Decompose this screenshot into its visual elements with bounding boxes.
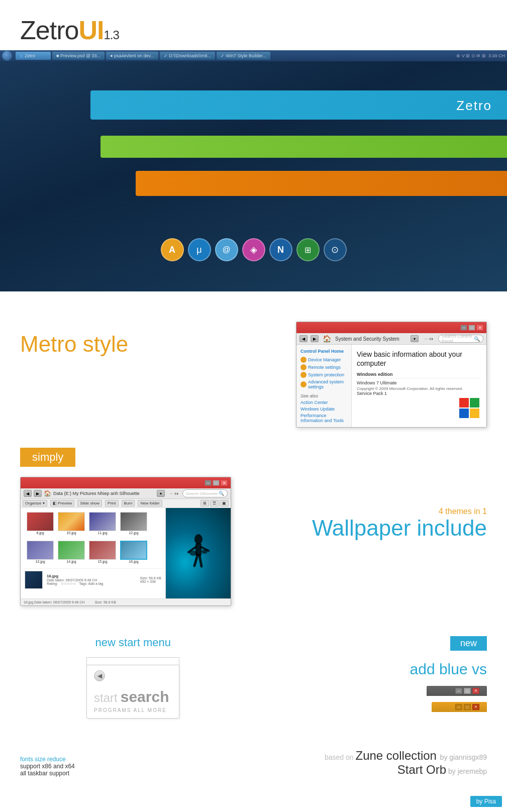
taskbar-tab-zetro[interactable]: ⊞ Zetro [16, 52, 51, 60]
vs-orange-close[interactable]: ✕ [472, 704, 479, 710]
wallpaper-themes-label: 4 themes in 1 [246, 507, 487, 516]
cp-forward-btn[interactable]: ▶ [311, 335, 319, 342]
fw-details-toggle[interactable]: ☰ [210, 500, 219, 506]
stripe-green [100, 136, 507, 158]
fw-thumb-8jpg-img [27, 512, 54, 531]
desktop-icon-f[interactable]: ⊞ [296, 238, 320, 261]
fw-thumb-14jpg-label: 14.jpg [66, 560, 76, 563]
vs-orange-titlebar: ─ □ ✕ [432, 702, 487, 712]
start-orb[interactable] [2, 51, 12, 61]
cp-nav-down[interactable]: ▾ [411, 335, 419, 342]
fw-forward-btn[interactable]: ▶ [34, 490, 42, 497]
fw-newfolder-btn[interactable]: New folder [138, 500, 162, 506]
fw-search[interactable]: Search Silhouette 🔍 [182, 489, 228, 497]
svg-point-7 [201, 550, 208, 554]
fw-selected-details: 16.jpg Date taken: 06/07/2009 9:48 CH Ra… [47, 574, 103, 586]
vs-orange-min[interactable]: ─ [455, 704, 462, 710]
fw-status-right: Size: 58.8 KB [94, 600, 116, 604]
fw-thumb-16jpg-img [120, 541, 147, 560]
metro-right: ─ □ ✕ ◀ ▶ 🏠 System and Security System ▾… [176, 322, 487, 428]
fw-selected-size: Size: 58.8 KB450 × 338 [140, 576, 161, 583]
fw-selected-rating-label: Rating: [47, 582, 58, 586]
taskbar-tab-preview[interactable]: ■ Preview.psd @ 33... [52, 52, 105, 60]
desktop-icon-a[interactable]: A [161, 238, 184, 261]
fw-back-btn[interactable]: ◀ [24, 490, 32, 497]
cp-protection-icon [300, 372, 307, 378]
browser-right: 4 themes in 1 Wallpaper include [246, 477, 487, 540]
fw-print-btn[interactable]: Print [105, 500, 118, 506]
cp-search-placeholder: Search Control Panel [442, 334, 474, 344]
vs-dark-close[interactable]: ✕ [472, 688, 479, 694]
fw-close-btn[interactable]: ✕ [221, 480, 228, 486]
cp-back-btn[interactable]: ◀ [299, 335, 308, 342]
fw-thumb-15jpg[interactable]: 15.jpg [88, 541, 117, 563]
cp-search[interactable]: Search Control Panel 🔍 [438, 335, 483, 343]
fw-nav-down[interactable]: ▾ [157, 490, 165, 497]
start-menu-title: new start menu [20, 636, 246, 649]
footer-support-x86: support x86 and x64 [20, 763, 75, 770]
fw-thumb-8jpg[interactable]: 8.jpg [26, 512, 55, 535]
fw-minimize-btn[interactable]: ─ [205, 480, 212, 486]
start-back-btn[interactable]: ◀ [94, 670, 105, 681]
win-logo-q2 [470, 398, 479, 408]
footer-zune: Zune collection [356, 749, 440, 762]
vs-orange-max[interactable]: □ [464, 704, 471, 710]
fw-thumb-11jpg-img [89, 512, 116, 531]
fw-search-placeholder: Search Silhouette [186, 491, 218, 496]
cp-edition: Windows 7 Ultimate [357, 380, 481, 385]
title-ui: UI [78, 16, 104, 45]
svg-line-4 [194, 555, 197, 566]
footer-start-orb-label: Start Orb [397, 763, 446, 776]
fw-thumb-row-2: 13.jpg 14.jpg 15.jpg 16.jpg [23, 539, 163, 565]
fw-thumb-16jpg-label: 16.jpg [129, 560, 138, 563]
footer-by1: by giannisgx89 [440, 753, 487, 761]
cp-protection-label: System protection [308, 372, 344, 377]
fw-preview-toggle[interactable]: ▣ [220, 500, 229, 506]
fw-thumb-12jpg[interactable]: 12.jpg [119, 512, 148, 535]
desktop-icon-g[interactable]: ⊙ [324, 238, 347, 261]
fw-thumb-10jpg[interactable]: 10.jpg [57, 512, 86, 535]
cp-sidebar-protection[interactable]: System protection [300, 372, 347, 378]
taskbar-tab-psa[interactable]: ● psa4evlent on dev... [106, 52, 158, 60]
fw-maximize-btn[interactable]: □ [213, 480, 220, 486]
fw-view-toggle[interactable]: ⊞ [200, 500, 209, 506]
vs-dark-max[interactable]: □ [464, 688, 471, 694]
desktop-icon-b[interactable]: μ [188, 238, 211, 261]
taskbar-tab-downloads[interactable]: ✓ D:\\Downloads\\m8... [160, 52, 215, 60]
taskbar-tab-win7[interactable]: ✓ Win7 Style Builder... [217, 52, 270, 60]
vs-dark-titlebar: ─ □ ✕ [427, 686, 487, 696]
fw-thumb-14jpg[interactable]: 14.jpg [57, 541, 86, 563]
cp-windows-logo [459, 398, 481, 420]
fw-thumb-11jpg[interactable]: 11.jpg [88, 512, 117, 535]
cp-sidebar-advanced[interactable]: Advanced system settings [300, 379, 347, 389]
desktop-icon-e[interactable]: N [269, 238, 292, 261]
fw-nav: ◀ ▶ 🏠 Data (E:) My Pictures Nhiep anh Si… [21, 488, 231, 499]
cp-maximize-btn[interactable]: □ [468, 325, 475, 331]
start-links: PROGRAMS ALL MORE [94, 707, 169, 713]
desktop-icon-d[interactable]: ◈ [242, 238, 265, 261]
desktop-icon-c[interactable]: @ [215, 238, 238, 261]
taskbar: ⊞ Zetro ■ Preview.psd @ 33... ● psa4evle… [0, 50, 507, 61]
cp-seealso-windows-update[interactable]: Windows Update [300, 407, 347, 412]
fw-thumb-13jpg[interactable]: 13.jpg [26, 541, 55, 563]
start-search-dim: start [94, 691, 118, 705]
fw-organize-btn[interactable]: Organize ▾ [23, 500, 47, 506]
cp-seealso-action[interactable]: Action Center [300, 400, 347, 405]
fw-thumb-16jpg[interactable]: 16.jpg [119, 541, 148, 563]
simply-badge: simply [0, 448, 507, 477]
cp-sidebar-remote[interactable]: Remote settings [300, 364, 347, 370]
fw-thumbnails-area: 8.jpg 10.jpg 11.jpg 12.jpg [21, 508, 165, 598]
cp-remote-icon [300, 364, 307, 370]
fw-slideshow-btn[interactable]: Slide show [77, 500, 102, 506]
vs-samples: ─ □ ✕ ─ □ ✕ [261, 686, 487, 712]
cp-minimize-btn[interactable]: ─ [460, 325, 467, 331]
cp-close-btn[interactable]: ✕ [476, 325, 483, 331]
fw-preview-btn[interactable]: ◧ Preview [50, 500, 75, 506]
fw-burn-btn[interactable]: Burn [122, 500, 135, 506]
app-title: ZetroUI1.3 [20, 15, 487, 45]
cp-sidebar-device[interactable]: Device Manager [300, 357, 347, 363]
cp-seealso-performance[interactable]: Performance Information and Tools [300, 413, 347, 423]
section-metro: Metro style ─ □ ✕ ◀ ▶ 🏠 System and Secur… [0, 312, 507, 438]
vs-orange-sample: ─ □ ✕ [432, 702, 487, 712]
vs-dark-min[interactable]: ─ [455, 688, 462, 694]
